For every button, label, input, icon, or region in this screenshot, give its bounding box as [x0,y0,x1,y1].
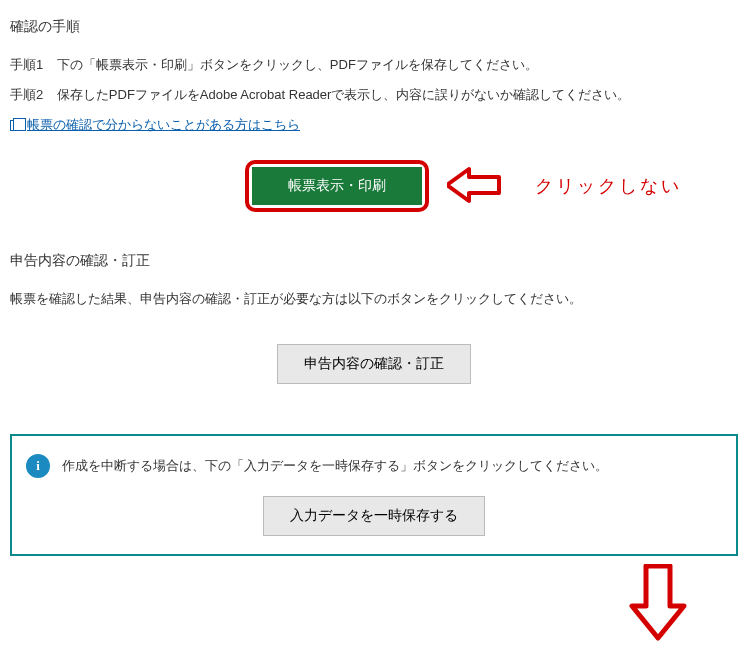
annotation-text-do-not-click: クリックしない [535,174,682,198]
step-1-label: 手順1 [10,57,43,72]
step-1: 手順1 下の「帳票表示・印刷」ボタンをクリックし、PDFファイルを保存してくださ… [10,56,738,74]
info-box: i 作成を中断する場合は、下の「入力データを一時保存する」ボタンをクリックしてく… [10,434,738,556]
save-temp-button[interactable]: 入力データを一時保存する [263,496,485,536]
new-window-icon [10,120,21,131]
info-text: 作成を中断する場合は、下の「入力データを一時保存する」ボタンをクリックしてくださ… [62,457,608,475]
arrow-down-icon [628,564,688,645]
confirm-correct-button[interactable]: 申告内容の確認・訂正 [277,344,471,384]
help-link[interactable]: 帳票の確認で分からないことがある方はこちら [27,116,300,134]
step-2: 手順2 保存したPDFファイルをAdobe Acrobat Readerで表示し… [10,86,738,104]
step-2-text: 保存したPDFファイルをAdobe Acrobat Readerで表示し、内容に… [57,87,631,102]
step-1-text: 下の「帳票表示・印刷」ボタンをクリックし、PDFファイルを保存してください。 [57,57,538,72]
step-2-label: 手順2 [10,87,43,102]
arrow-left-icon [447,165,503,208]
section-title-confirm-correct: 申告内容の確認・訂正 [10,252,738,270]
section-title-confirm-steps: 確認の手順 [10,18,738,36]
print-button[interactable]: 帳票表示・印刷 [252,167,422,205]
annotation-box-print: 帳票表示・印刷 [245,160,429,212]
confirm-correct-desc: 帳票を確認した結果、申告内容の確認・訂正が必要な方は以下のボタンをクリックしてく… [10,290,738,308]
info-icon: i [26,454,50,478]
